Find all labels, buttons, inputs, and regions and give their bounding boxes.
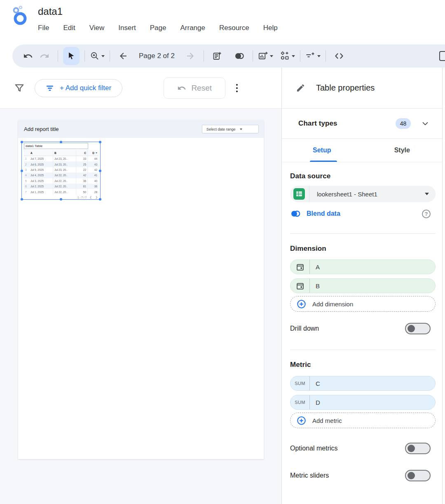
- google-sheets-icon: [293, 188, 305, 200]
- data-table[interactable]: A B C D 1 Jul 7, 2025 Jul 23, 20.. 33 44: [24, 150, 98, 198]
- metric-label: Metric: [290, 361, 436, 369]
- metric-chip-c[interactable]: SUM C: [290, 376, 436, 391]
- metric-sliders-row: Metric sliders: [290, 470, 436, 481]
- active-tab-indicator: [310, 161, 337, 162]
- page-indicator[interactable]: Page 2 of 2: [136, 52, 178, 60]
- reset-undo-icon: [177, 84, 186, 93]
- resize-handle-s[interactable]: [60, 198, 62, 201]
- table-row: 2 Jul 6, 2025 Jul 23, 20.. 25 43: [24, 161, 98, 167]
- toolbar-divider: [58, 50, 58, 62]
- table-title-field[interactable]: data1 Table: [24, 143, 88, 149]
- add-control-icon: [280, 51, 290, 61]
- add-dimension-button[interactable]: Add dimension: [290, 296, 436, 312]
- chart-types-count-badge: 48: [396, 118, 411, 129]
- undo-button[interactable]: [20, 47, 36, 65]
- toolbar-divider: [110, 50, 110, 62]
- menu-edit[interactable]: Edit: [63, 24, 75, 32]
- resize-handle-nw[interactable]: [21, 141, 23, 143]
- report-page[interactable]: Add report title Select date range data1…: [18, 120, 264, 459]
- metric-chip-d[interactable]: SUM D: [290, 395, 436, 410]
- optional-metrics-toggle[interactable]: [405, 443, 431, 454]
- collapsed-data-panel-edge[interactable]: [442, 68, 445, 504]
- resize-handle-se[interactable]: [99, 198, 101, 201]
- metric-sliders-toggle[interactable]: [405, 470, 431, 481]
- zoom-caret-icon: [101, 55, 105, 57]
- more-options-button[interactable]: [236, 84, 238, 92]
- chevron-down-icon[interactable]: [421, 119, 430, 128]
- help-icon[interactable]: ?: [422, 210, 431, 218]
- tab-style[interactable]: Style: [362, 139, 443, 162]
- column-header-a[interactable]: A: [29, 150, 53, 156]
- menu-help[interactable]: Help: [263, 24, 278, 32]
- zoom-control[interactable]: [90, 51, 105, 61]
- menu-view[interactable]: View: [89, 24, 105, 32]
- menu-file[interactable]: File: [38, 24, 49, 32]
- column-header-d[interactable]: D: [88, 150, 98, 156]
- add-dimension-label: Add dimension: [312, 301, 353, 308]
- arrow-right-icon: [185, 51, 195, 61]
- add-metric-button[interactable]: Add metric: [290, 413, 436, 428]
- blend-data-button[interactable]: [231, 47, 248, 65]
- report-title-placeholder[interactable]: Add report title: [24, 126, 59, 132]
- reset-button[interactable]: Reset: [164, 77, 225, 99]
- filter-funnel-icon[interactable]: [14, 83, 25, 93]
- chart-types-label: Chart types: [298, 119, 337, 128]
- column-header-b[interactable]: B: [53, 150, 76, 156]
- dimension-chip-a[interactable]: A: [290, 259, 436, 274]
- menu-page[interactable]: Page: [150, 24, 166, 32]
- resize-handle-e[interactable]: [99, 170, 101, 172]
- add-quick-filter-button[interactable]: + Add quick filter: [35, 79, 122, 97]
- column-header-c[interactable]: C: [76, 150, 88, 156]
- resize-handle-n[interactable]: [60, 141, 62, 143]
- metric-sliders-label: Metric sliders: [290, 472, 329, 479]
- panel-header: Table properties: [282, 68, 442, 109]
- table-row: 1 Jul 7, 2025 Jul 23, 20.. 33 44: [24, 156, 98, 161]
- add-control-button[interactable]: [280, 51, 295, 61]
- add-quick-filter-label: + Add quick filter: [60, 84, 111, 92]
- optional-metrics-row: Optional metrics: [290, 443, 436, 454]
- resize-handle-ne[interactable]: [99, 141, 101, 143]
- next-page-button[interactable]: [182, 47, 199, 65]
- report-title[interactable]: data1: [38, 6, 63, 17]
- selected-table-chart[interactable]: data1 Table A B C D 1 Jul 7, 2025: [21, 142, 101, 200]
- add-page-icon: [212, 51, 222, 61]
- date-range-control[interactable]: Select date range: [202, 125, 259, 133]
- tab-setup[interactable]: Setup: [282, 139, 362, 162]
- table-row: 6 Jul 2, 2025 Jul 22, 20.. 81 36: [24, 184, 98, 189]
- data-source-select[interactable]: lookersheet1 - Sheet1: [290, 186, 436, 202]
- redo-icon: [40, 51, 49, 61]
- metric-chip-label: D: [316, 399, 320, 406]
- image-icon[interactable]: [439, 51, 445, 61]
- report-canvas[interactable]: Add report title Select date range data1…: [0, 109, 281, 504]
- blend-data-link[interactable]: Blend data: [307, 210, 340, 217]
- data-source-name: lookersheet1 - Sheet1: [317, 191, 377, 198]
- pagination-next-icon[interactable]: ❯: [95, 196, 98, 199]
- add-chart-button[interactable]: [258, 51, 273, 61]
- section-divider: [290, 233, 436, 234]
- date-range-label: Select date range: [206, 127, 236, 131]
- resize-handle-w[interactable]: [21, 170, 23, 172]
- embed-report-button[interactable]: [331, 47, 347, 65]
- chart-types-row[interactable]: Chart types 48: [282, 109, 442, 139]
- menu-resource[interactable]: Resource: [219, 24, 249, 32]
- looker-studio-logo-icon[interactable]: [11, 6, 28, 26]
- add-page-button[interactable]: [209, 47, 225, 65]
- select-tool-button[interactable]: [63, 47, 80, 65]
- redo-button[interactable]: [36, 47, 53, 65]
- add-filter-button[interactable]: [305, 51, 321, 61]
- drill-down-toggle[interactable]: [405, 323, 431, 334]
- menu-arrange[interactable]: Arrange: [180, 24, 205, 32]
- menu-insert[interactable]: Insert: [118, 24, 136, 32]
- pencil-icon: [296, 83, 305, 93]
- table-row: 7 Jul 1, 2025 Jul 22, 20.. 50 28: [24, 189, 98, 194]
- toolbar-divider: [326, 50, 326, 62]
- source-divider: [309, 186, 309, 202]
- drill-down-row: Drill down: [290, 323, 436, 334]
- panel-title: Table properties: [316, 83, 375, 93]
- previous-page-button[interactable]: [115, 47, 131, 65]
- resize-handle-sw[interactable]: [21, 198, 23, 201]
- dimension-chip-b[interactable]: B: [290, 278, 436, 293]
- blend-data-row: Blend data ?: [290, 209, 436, 218]
- pagination-prev-icon[interactable]: ❮: [89, 196, 92, 199]
- blend-data-icon: [290, 209, 301, 218]
